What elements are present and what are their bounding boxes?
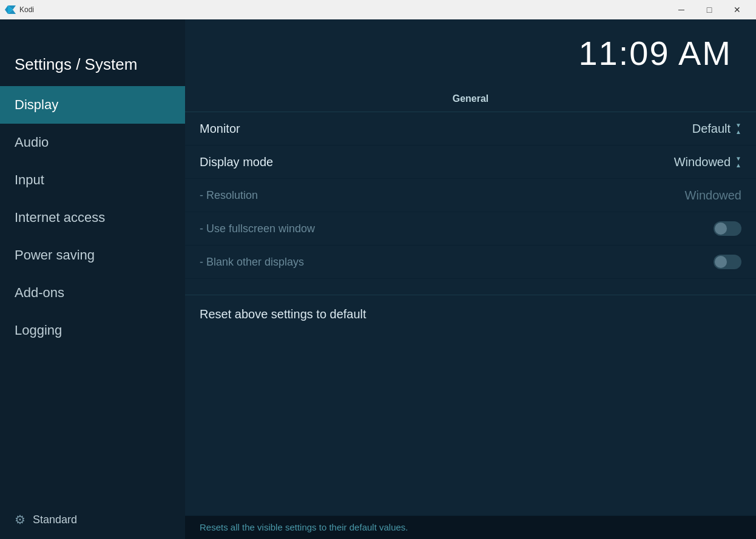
sidebar-item-display[interactable]: Display: [0, 86, 185, 124]
display-mode-chevrons: ▼ ▲: [735, 155, 741, 169]
content-area: 11:09 AM General Monitor Default ▼ ▲: [185, 19, 756, 539]
section-header: General: [185, 86, 756, 112]
sidebar-nav: Display Audio Input Internet access Powe…: [0, 86, 185, 500]
setting-row-fullscreen-window[interactable]: - Use fullscreen window: [185, 212, 756, 246]
monitor-chevrons: ▼ ▲: [735, 122, 741, 135]
sidebar-item-input[interactable]: Input: [0, 161, 185, 199]
main-layout: Settings / System Display Audio Input In…: [0, 19, 756, 539]
setting-row-blank-displays[interactable]: - Blank other displays: [185, 246, 756, 279]
minimize-button[interactable]: ─: [667, 0, 695, 19]
toggle-knob: [715, 223, 727, 235]
resolution-value-text: Windowed: [685, 189, 741, 203]
setting-row-display-mode[interactable]: Display mode Windowed ▼ ▲: [185, 146, 756, 179]
sidebar: Settings / System Display Audio Input In…: [0, 19, 185, 539]
setting-row-monitor[interactable]: Monitor Default ▼ ▲: [185, 112, 756, 146]
fullscreen-toggle-container: [714, 221, 741, 236]
sidebar-item-power-saving[interactable]: Power saving: [0, 236, 185, 274]
status-bar: Resets all the visible settings to their…: [185, 515, 756, 539]
sidebar-item-audio[interactable]: Audio: [0, 124, 185, 161]
sidebar-item-add-ons[interactable]: Add-ons: [0, 274, 185, 312]
blank-displays-toggle-container: [714, 255, 741, 269]
close-button[interactable]: ✕: [723, 0, 751, 19]
titlebar: Kodi ─ □ ✕: [0, 0, 756, 19]
clock-display: 11:09 AM: [578, 33, 732, 73]
monitor-label: Monitor: [200, 122, 240, 136]
display-mode-value-text: Windowed: [674, 155, 731, 169]
status-text: Resets all the visible settings to their…: [200, 522, 408, 532]
chevron-up-icon: ▲: [735, 162, 741, 169]
blank-displays-label: - Blank other displays: [200, 256, 304, 269]
spacer: [185, 333, 756, 516]
titlebar-left: Kodi: [5, 4, 34, 15]
maximize-button[interactable]: □: [695, 0, 723, 19]
titlebar-app-name: Kodi: [19, 5, 34, 14]
settings-rows: Monitor Default ▼ ▲ Display mode Windowe…: [185, 112, 756, 295]
setting-row-resolution: - Resolution Windowed: [185, 179, 756, 212]
sidebar-footer: ⚙ Standard: [0, 500, 185, 539]
content-header: 11:09 AM: [185, 19, 756, 86]
fullscreen-window-label: - Use fullscreen window: [200, 223, 315, 235]
chevron-up-icon: ▲: [735, 129, 741, 135]
kodi-logo-icon: [5, 4, 16, 15]
sidebar-header-title: Settings / System: [15, 55, 137, 74]
sidebar-item-logging[interactable]: Logging: [0, 312, 185, 349]
sidebar-item-internet-access[interactable]: Internet access: [0, 199, 185, 236]
fullscreen-window-toggle[interactable]: [714, 221, 741, 236]
svg-marker-0: [5, 5, 8, 14]
sidebar-header: Settings / System: [0, 19, 185, 86]
resolution-value: Windowed: [685, 189, 741, 203]
reset-row[interactable]: Reset above settings to default: [185, 295, 756, 333]
gear-icon: ⚙: [15, 512, 25, 527]
display-mode-label: Display mode: [200, 155, 273, 169]
blank-displays-toggle[interactable]: [714, 255, 741, 269]
settings-container: General Monitor Default ▼ ▲ Di: [185, 86, 756, 539]
settings-level: Standard: [33, 514, 77, 526]
monitor-value: Default ▼ ▲: [692, 122, 741, 136]
titlebar-controls: ─ □ ✕: [667, 0, 751, 19]
toggle-knob: [715, 256, 727, 268]
monitor-value-text: Default: [692, 122, 731, 136]
chevron-down-icon: ▼: [735, 122, 741, 129]
resolution-label: - Resolution: [200, 189, 258, 202]
display-mode-value: Windowed ▼ ▲: [674, 155, 741, 169]
chevron-down-icon: ▼: [735, 155, 741, 162]
